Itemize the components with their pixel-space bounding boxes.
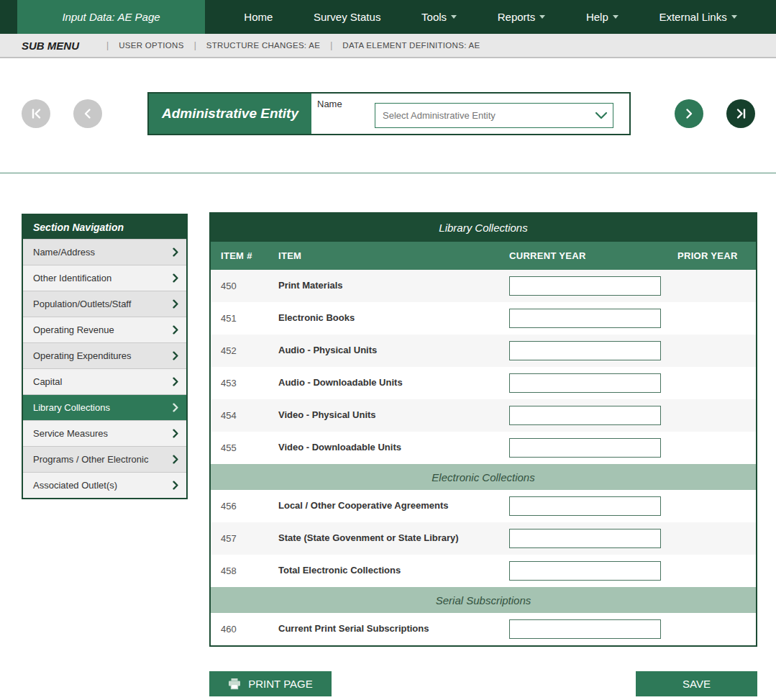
nav-item-tools[interactable]: Tools <box>421 11 457 23</box>
dropdown-caret-icon <box>731 15 737 19</box>
sidebar-item-other-identification[interactable]: Other Identification <box>23 265 186 291</box>
entity-select-wrap: Select Administrative Entity <box>375 103 613 128</box>
table-row: 458 Total Electronic Collections <box>211 555 756 587</box>
chevron-right-icon <box>173 429 178 438</box>
sidebar-item-label: Operating Revenue <box>33 324 114 335</box>
table-row: 455 Video - Downloadable Units <box>211 432 756 464</box>
chevron-right-icon <box>173 247 178 257</box>
item-number: 450 <box>211 281 268 291</box>
nav-item-external-links[interactable]: External Links <box>659 11 736 23</box>
separator: | <box>330 40 332 50</box>
previous-record-button[interactable] <box>73 99 102 128</box>
sidebar-item-label: Name/Address <box>33 247 95 258</box>
sidebar-item-population-outlets-staff[interactable]: Population/Outlets/Staff <box>23 291 186 317</box>
table-row: 456 Local / Other Cooperative Agreements <box>211 490 756 522</box>
current-year-input-452[interactable] <box>509 341 661 360</box>
item-label: Audio - Downloadable Units <box>268 377 509 388</box>
item-label: Video - Physical Units <box>268 409 509 421</box>
section-navigation-sidebar: Section Navigation Name/Address Other Id… <box>22 214 188 499</box>
chevron-right-icon <box>173 351 178 360</box>
sidebar-item-label: Other Identification <box>33 273 111 283</box>
item-number: 460 <box>211 624 268 635</box>
section-header-label: Electronic Collections <box>432 471 534 483</box>
print-page-button[interactable]: PRINT PAGE <box>209 671 332 696</box>
submenu-item-structure-changes[interactable]: STRUCTURE CHANGES: AE <box>206 41 320 50</box>
submenu-item-data-element-definitions[interactable]: DATA ELEMENT DEFINITIONS: AE <box>342 41 480 50</box>
table-title: Library Collections <box>211 214 756 242</box>
main-nav: Home Survey Status Tools Reports Help Ex… <box>205 0 776 34</box>
column-header-prior-year: PRIOR YEAR <box>677 250 756 261</box>
administrative-entity-select[interactable]: Select Administrative Entity <box>375 103 613 128</box>
sidebar-item-label: Operating Expenditures <box>33 350 132 361</box>
current-year-input-455[interactable] <box>509 438 661 458</box>
nav-item-label: Tools <box>421 11 447 23</box>
sidebar-item-operating-revenue[interactable]: Operating Revenue <box>23 317 186 342</box>
separator: | <box>106 40 109 50</box>
item-number: 453 <box>211 378 268 388</box>
next-record-button[interactable] <box>675 99 703 128</box>
nav-item-home[interactable]: Home <box>244 11 273 23</box>
current-year-input-458[interactable] <box>509 561 661 581</box>
chevron-right-icon <box>173 403 178 412</box>
dropdown-caret-icon <box>613 15 618 19</box>
item-number: 456 <box>211 501 268 512</box>
chevron-right-icon <box>173 325 178 335</box>
sidebar-item-associated-outlets[interactable]: Associated Outlet(s) <box>23 472 186 498</box>
current-year-input-456[interactable] <box>509 496 661 516</box>
save-label: SAVE <box>683 678 711 690</box>
table-row: 451 Electronic Books <box>211 302 756 335</box>
sub-menu-bar: SUB MENU | USER OPTIONS | STRUCTURE CHAN… <box>0 34 776 58</box>
printer-icon <box>228 678 241 690</box>
item-number: 457 <box>211 533 268 544</box>
table-row: 453 Audio - Downloadable Units <box>211 367 756 399</box>
item-label: Current Print Serial Subscriptions <box>268 623 509 635</box>
top-navbar: Input Data: AE Page Home Survey Status T… <box>0 0 776 34</box>
item-label: Video - Downloadable Units <box>268 442 509 453</box>
chevron-right-icon <box>173 455 178 464</box>
sidebar-item-library-collections[interactable]: Library Collections <box>23 394 186 420</box>
table-row: 460 Current Print Serial Subscriptions <box>211 613 756 645</box>
sidebar-item-programs-other-electronic[interactable]: Programs / Other Electronic <box>23 446 186 472</box>
print-page-label: PRINT PAGE <box>248 678 312 690</box>
sidebar-item-capital[interactable]: Capital <box>23 368 186 394</box>
nav-item-label: Survey Status <box>314 11 380 23</box>
current-year-input-451[interactable] <box>509 309 661 328</box>
nav-item-label: Home <box>244 11 273 23</box>
item-number: 458 <box>211 565 268 576</box>
item-label: Electronic Books <box>268 312 509 324</box>
table-row: 454 Video - Physical Units <box>211 399 756 432</box>
nav-item-help[interactable]: Help <box>586 11 618 23</box>
column-header-item-num: ITEM # <box>211 250 268 261</box>
item-label: Total Electronic Collections <box>268 565 509 576</box>
name-label: Name <box>317 99 342 109</box>
chevron-right-icon <box>173 481 178 490</box>
item-label: Audio - Physical Units <box>268 345 509 356</box>
item-number: 454 <box>211 410 268 421</box>
current-year-input-450[interactable] <box>509 276 661 296</box>
entity-selector-section: Administrative Entity Name Select Admini… <box>0 60 776 173</box>
tab-input-data-ae-page[interactable]: Input Data: AE Page <box>17 0 205 34</box>
chevron-right-icon <box>173 377 178 386</box>
item-number: 452 <box>211 345 268 356</box>
first-record-button[interactable] <box>22 99 50 128</box>
sidebar-item-name-address[interactable]: Name/Address <box>23 239 186 265</box>
sidebar-title: Section Navigation <box>23 215 186 239</box>
current-year-input-457[interactable] <box>509 529 661 548</box>
save-button[interactable]: SAVE <box>636 671 757 696</box>
nav-item-survey-status[interactable]: Survey Status <box>314 11 380 23</box>
nav-item-label: Reports <box>498 11 536 23</box>
chevron-left-icon <box>83 108 93 119</box>
sidebar-item-service-measures[interactable]: Service Measures <box>23 420 186 446</box>
current-year-input-453[interactable] <box>509 373 661 393</box>
submenu-item-user-options[interactable]: USER OPTIONS <box>119 41 184 50</box>
sidebar-item-operating-expenditures[interactable]: Operating Expenditures <box>23 342 186 368</box>
last-record-button[interactable] <box>726 99 755 128</box>
table-column-header: ITEM # ITEM CURRENT YEAR PRIOR YEAR <box>211 242 756 270</box>
current-year-input-460[interactable] <box>509 619 661 639</box>
nav-item-reports[interactable]: Reports <box>498 11 546 23</box>
item-label: Local / Other Cooperative Agreements <box>268 500 509 512</box>
section-header-label: Serial Subscriptions <box>436 594 531 606</box>
current-year-input-454[interactable] <box>509 406 661 425</box>
nav-item-label: Help <box>586 11 608 23</box>
sidebar-item-label: Library Collections <box>33 402 110 413</box>
